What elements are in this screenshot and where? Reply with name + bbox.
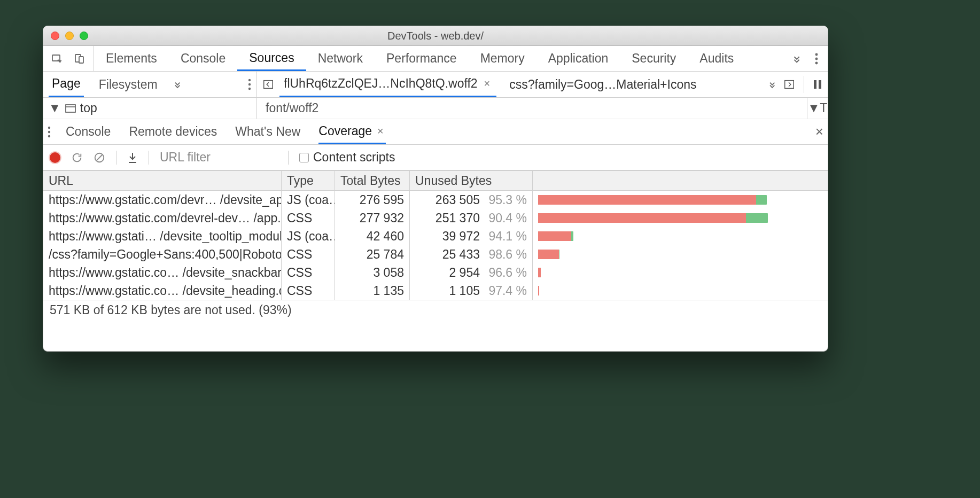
tree-mime-row: ▼ top font/woff2 ▼T (43, 98, 828, 119)
subtab-overflow-icon[interactable] (173, 79, 183, 90)
pause-script-icon[interactable] (813, 79, 822, 90)
table-row[interactable]: https://www.gstatic.co… /devsite_heading… (43, 282, 828, 300)
table-row[interactable]: https://www.gstatic.com/devrel-dev… /app… (43, 209, 828, 227)
drawer-tab-coverage[interactable]: Coverage× (318, 119, 385, 144)
tab-network[interactable]: Network (306, 46, 375, 71)
close-window-button[interactable] (51, 32, 59, 40)
disclosure-triangle-icon[interactable]: ▼ (49, 101, 61, 115)
file-tree-root[interactable]: ▼ top (43, 98, 257, 119)
subtab-page[interactable]: Page (49, 72, 84, 97)
cell-usage-bar (533, 263, 828, 282)
tab-memory[interactable]: Memory (469, 46, 536, 71)
svg-rect-9 (264, 81, 273, 89)
col-header-type[interactable]: Type (282, 171, 335, 190)
tab-sources[interactable]: Sources (237, 46, 306, 71)
subtab-filesystem[interactable]: Filesystem (96, 72, 161, 97)
coverage-toolbar: URL filter Content scripts (43, 145, 828, 170)
cell-total: 276 595 (335, 191, 410, 209)
window-controls (51, 32, 88, 40)
svg-point-5 (815, 61, 818, 64)
drawer-close-icon[interactable]: × (815, 123, 823, 140)
table-row[interactable]: /css?family=Google+Sans:400,500|Roboto:4… (43, 245, 828, 263)
col-header-unused[interactable]: Unused Bytes (410, 171, 533, 190)
cell-url: /css?family=Google+Sans:400,500|Roboto:4… (43, 245, 282, 263)
navigator-menu-icon[interactable] (248, 79, 251, 90)
open-file-tab-2[interactable]: css?family=Goog…Material+Icons (502, 72, 704, 97)
col-header-url[interactable]: URL (43, 171, 282, 190)
svg-point-16 (48, 130, 50, 133)
cell-usage-bar (533, 227, 828, 245)
cell-unused: 25 43398.6 % (410, 245, 533, 263)
minimize-window-button[interactable] (65, 32, 74, 40)
drawer-tab-close-icon[interactable]: × (375, 125, 386, 137)
sources-header-row: Page Filesystem flUhRq6tzZclQEJ…NcIhQ8tQ… (43, 72, 828, 98)
svg-line-19 (97, 154, 103, 160)
svg-rect-13 (66, 105, 75, 112)
clear-icon[interactable] (94, 152, 105, 164)
drawer-tab-remote-devices[interactable]: Remote devices (129, 119, 217, 144)
cell-url: https://www.gstatic.com/devr… /devsite_a… (43, 191, 282, 209)
drawer-tab-what-s-new[interactable]: What's New (235, 119, 300, 144)
table-row[interactable]: https://www.gstatic.co… /devsite_snackba… (43, 263, 828, 282)
svg-rect-2 (79, 57, 83, 63)
kebab-menu-icon[interactable] (815, 53, 818, 65)
cell-unused: 1 10597.4 % (410, 282, 533, 300)
inspect-element-icon[interactable] (51, 52, 64, 65)
cell-url: https://www.gstati… /devsite_tooltip_mod… (43, 227, 282, 245)
cell-url: https://www.gstatic.co… /devsite_snackba… (43, 263, 282, 282)
tab-console[interactable]: Console (169, 46, 237, 71)
export-icon[interactable] (127, 152, 138, 164)
table-row[interactable]: https://www.gstati… /devsite_tooltip_mod… (43, 227, 828, 245)
record-button[interactable] (50, 152, 60, 163)
tab-audits[interactable]: Audits (688, 46, 745, 71)
open-file-2-label: css?family=Goog…Material+Icons (509, 77, 696, 92)
cell-total: 25 784 (335, 245, 410, 263)
svg-point-4 (815, 57, 818, 60)
cell-usage-bar (533, 209, 828, 227)
content-scripts-checkbox[interactable]: Content scripts (299, 150, 395, 165)
right-sidebar-toggle[interactable]: ▼T (807, 98, 828, 119)
cell-type: CSS (282, 263, 335, 282)
svg-rect-10 (785, 81, 794, 89)
cell-unused: 263 50595.3 % (410, 191, 533, 209)
col-header-total[interactable]: Total Bytes (335, 171, 410, 190)
open-file-tab-1[interactable]: flUhRq6tzZclQEJ…NcIhQ8tQ.woff2 × (279, 72, 496, 97)
svg-rect-12 (819, 80, 821, 89)
prev-file-icon[interactable] (262, 79, 274, 90)
cell-total: 42 460 (335, 227, 410, 245)
cell-type: CSS (282, 209, 335, 227)
drawer-tab-console[interactable]: Console (66, 119, 111, 144)
open-file-1-label: flUhRq6tzZclQEJ…NcIhQ8tQ.woff2 (284, 76, 478, 91)
svg-point-6 (248, 79, 251, 81)
table-row[interactable]: https://www.gstatic.com/devr… /devsite_a… (43, 191, 828, 209)
mime-type-label: font/woff2 (257, 98, 807, 119)
device-toolbar-icon[interactable] (73, 52, 86, 65)
cell-usage-bar (533, 191, 828, 209)
cell-url: https://www.gstatic.com/devrel-dev… /app… (43, 209, 282, 227)
cell-total: 277 932 (335, 209, 410, 227)
coverage-table: URL Type Total Bytes Unused Bytes https:… (43, 170, 828, 300)
tab-elements[interactable]: Elements (94, 46, 169, 71)
tab-performance[interactable]: Performance (375, 46, 469, 71)
frame-icon (65, 104, 76, 113)
url-filter-input[interactable]: URL filter (160, 150, 277, 165)
cell-unused: 251 37090.4 % (410, 209, 533, 227)
zoom-window-button[interactable] (80, 32, 88, 40)
cell-total: 3 058 (335, 263, 410, 282)
drawer-menu-icon[interactable] (48, 126, 51, 138)
file-tabs-overflow-icon[interactable] (767, 79, 778, 90)
cell-type: CSS (282, 245, 335, 263)
reload-icon[interactable] (71, 152, 83, 164)
svg-point-15 (48, 126, 50, 128)
overflow-tabs-icon[interactable] (791, 53, 803, 65)
devtools-window: DevTools - web.dev/ ElementsConsoleSourc… (43, 26, 828, 352)
table-header: URL Type Total Bytes Unused Bytes (43, 170, 828, 191)
tab-security[interactable]: Security (620, 46, 688, 71)
svg-point-3 (815, 53, 818, 56)
cell-unused: 2 95496.6 % (410, 263, 533, 282)
tab-application[interactable]: Application (536, 46, 620, 71)
close-file-1-icon[interactable]: × (482, 77, 493, 90)
svg-rect-11 (814, 80, 816, 89)
next-file-icon[interactable] (783, 79, 795, 90)
main-tab-bar: ElementsConsoleSourcesNetworkPerformance… (43, 46, 828, 72)
